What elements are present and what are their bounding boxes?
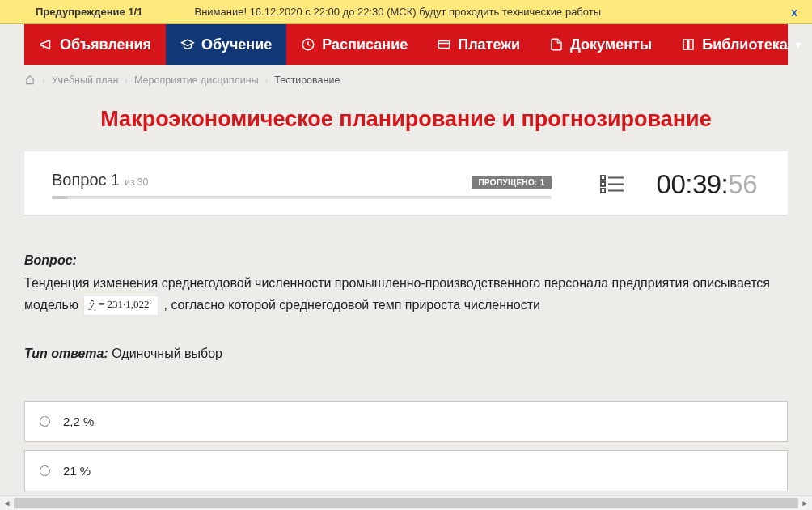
svg-rect-6: [601, 189, 605, 193]
question-label: Вопрос:: [24, 250, 788, 271]
answer-type-label: Тип ответа:: [24, 346, 108, 360]
page-title: Макроэкономическое планирование и прогно…: [24, 107, 788, 132]
answer-radio[interactable]: [40, 465, 50, 476]
answer-radio[interactable]: [40, 416, 50, 427]
clock-icon: [301, 37, 315, 52]
question-total: из 30: [125, 176, 148, 188]
nav-documents[interactable]: Документы: [535, 24, 666, 65]
answer-type-value: Одиночный выбор: [108, 346, 222, 360]
nav-label: Расписание: [322, 36, 408, 53]
status-card: Вопрос 1 из 30 ПРОПУЩЕНО: 1 00:39:56: [24, 151, 788, 215]
nav-schedule[interactable]: Расписание: [286, 24, 422, 65]
breadcrumb-sep: ›: [42, 75, 45, 85]
nav-announcements[interactable]: Объявления: [24, 24, 166, 65]
alert-bar: Предупреждение 1/1 Внимание! 16.12.2020 …: [0, 0, 812, 24]
alert-message: Внимание! 16.12.2020 с 22:00 до 22:30 (М…: [194, 6, 786, 18]
progress-bar: [52, 196, 552, 199]
horizontal-scrollbar[interactable]: ◄ ►: [0, 495, 812, 510]
answer-options: 2,2 % 21 %: [24, 401, 788, 491]
graduation-icon: [180, 37, 195, 52]
nav-label: Платежи: [458, 36, 520, 53]
nav-label: Библиотека: [702, 36, 788, 53]
megaphone-icon: [39, 37, 53, 52]
file-icon: [549, 37, 564, 52]
progress-fill: [52, 196, 68, 199]
timer-seconds: 56: [728, 169, 757, 199]
breadcrumb-sep: ›: [125, 75, 128, 85]
answer-option[interactable]: 21 %: [24, 450, 788, 491]
timer-main: 00:39:: [657, 169, 729, 199]
answer-option[interactable]: 2,2 %: [24, 401, 788, 442]
skipped-badge: ПРОПУЩЕНО: 1: [472, 176, 551, 189]
breadcrumb-discipline[interactable]: Мероприятие дисциплины: [134, 74, 259, 86]
question-text: Тенденция изменения среднегодовой числен…: [24, 273, 788, 316]
card-icon: [437, 37, 451, 52]
nav-label: Объявления: [60, 36, 151, 53]
question-counter: Вопрос 1: [52, 171, 120, 189]
nav-library[interactable]: Библиотека ▾: [666, 24, 812, 65]
answer-option-label: 2,2 %: [63, 414, 94, 428]
breadcrumb-plan[interactable]: Учебный план: [52, 74, 119, 86]
nav-payments[interactable]: Платежи: [422, 24, 535, 65]
alert-close-button[interactable]: x: [786, 6, 802, 19]
home-icon[interactable]: [24, 74, 36, 86]
question-list-button[interactable]: [600, 173, 624, 196]
book-icon: [681, 37, 696, 52]
scroll-right-arrow[interactable]: ►: [798, 496, 812, 510]
formula-image: ŷt = 231·1,022t: [83, 295, 159, 316]
svg-rect-2: [601, 176, 605, 180]
breadcrumb-testing: Тестирование: [274, 74, 340, 86]
svg-rect-1: [438, 41, 450, 49]
nav-label: Обучение: [201, 36, 272, 53]
question-area: Вопрос: Тенденция изменения среднегодово…: [24, 250, 788, 365]
chevron-down-icon: ▾: [796, 39, 801, 50]
scroll-left-arrow[interactable]: ◄: [0, 496, 14, 510]
svg-rect-4: [601, 182, 605, 186]
alert-title: Предупреждение 1/1: [36, 6, 142, 18]
nav-education[interactable]: Обучение: [166, 24, 286, 65]
answer-type: Тип ответа: Одиночный выбор: [24, 343, 788, 364]
scroll-thumb[interactable]: [14, 498, 798, 508]
breadcrumb: › Учебный план › Мероприятие дисциплины …: [24, 74, 788, 86]
main-nav: Объявления Обучение Расписание Платежи Д…: [24, 24, 788, 65]
nav-label: Документы: [570, 36, 652, 53]
breadcrumb-sep: ›: [265, 75, 269, 85]
answer-option-label: 21 %: [63, 464, 91, 478]
timer: 00:39:56: [657, 169, 757, 200]
scroll-track[interactable]: [14, 496, 798, 510]
